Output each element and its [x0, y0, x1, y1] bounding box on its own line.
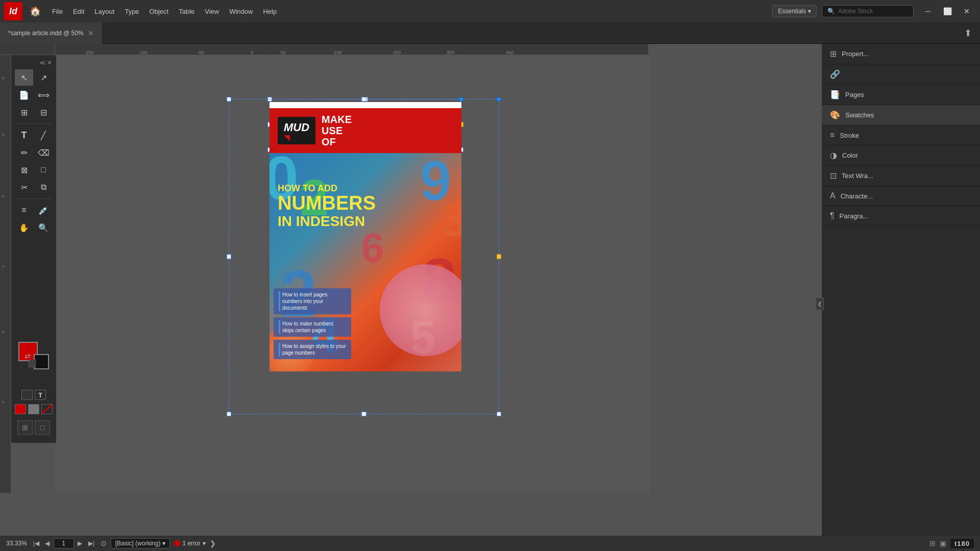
- outer-handle-ml[interactable]: [227, 255, 231, 259]
- grid-btn[interactable]: ⊞: [17, 420, 33, 435]
- bullet-bar-1: [279, 291, 280, 311]
- next-spread-button[interactable]: ▶|: [86, 538, 96, 548]
- bullet-bar-3: [279, 343, 280, 356]
- outer-handle-tl[interactable]: [227, 97, 231, 102]
- handle-tr-blue[interactable]: [459, 97, 463, 102]
- panel-item-textwrap[interactable]: ⊡ Text Wra...: [822, 166, 980, 186]
- selection-tools-row: ↖ ↗: [13, 69, 54, 86]
- list-tool-button[interactable]: ≡: [15, 202, 33, 218]
- page-number-input[interactable]: [54, 538, 74, 548]
- menu-object[interactable]: Object: [144, 6, 174, 17]
- rect-tool-button[interactable]: □: [34, 162, 53, 178]
- close-button[interactable]: ✕: [958, 5, 976, 18]
- hand-tool-button[interactable]: ✋: [15, 219, 33, 236]
- none-mode-btn[interactable]: [41, 404, 53, 414]
- gap-tool-button[interactable]: ⟺: [34, 87, 53, 103]
- outer-handle-bl[interactable]: [227, 412, 231, 416]
- rect-tool-icon: □: [41, 165, 46, 174]
- home-icon[interactable]: 🏠: [28, 4, 43, 19]
- direct-select-button[interactable]: ↗: [34, 69, 53, 86]
- pencil-tool-button[interactable]: ✏: [15, 144, 33, 161]
- container-format-btn[interactable]: [21, 390, 33, 400]
- outer-handle-mr[interactable]: [497, 255, 501, 259]
- menu-help[interactable]: Help: [258, 6, 282, 17]
- cloud-icon[interactable]: ⬆: [964, 28, 972, 39]
- horizontal-ruler: -250 -150 -50 0 50 150 250 350 450: [55, 44, 648, 55]
- panel-label-color: Color: [842, 152, 972, 159]
- menu-window[interactable]: Window: [224, 6, 258, 17]
- line-tool-button[interactable]: ╱: [34, 127, 53, 143]
- menu-edit[interactable]: Edit: [68, 6, 89, 17]
- content-collector-button[interactable]: ⊞: [15, 104, 33, 120]
- eraser-tool-button[interactable]: ⌫: [34, 144, 53, 161]
- panel-item-character[interactable]: A Characte...: [822, 186, 980, 206]
- vertical-ruler: -5 0 5 2 5 2: [0, 55, 11, 493]
- text-format-btn[interactable]: T: [35, 390, 46, 400]
- selection-tool-button[interactable]: ↖: [15, 69, 33, 86]
- toolbar-divider-2: [15, 198, 52, 199]
- menu-view[interactable]: View: [200, 6, 224, 17]
- document-tab[interactable]: *sample article.indd @ 50% ✕: [0, 22, 103, 44]
- ruler-v-label: 5: [1, 195, 6, 197]
- menu-file[interactable]: File: [47, 6, 68, 17]
- menu-layout[interactable]: Layout: [89, 6, 119, 17]
- adobe-stock-search[interactable]: 🔍 Adobe Stock: [822, 5, 914, 17]
- color-mode-btn[interactable]: [15, 404, 26, 414]
- zoom-tool-button[interactable]: 🔍: [34, 219, 53, 236]
- mag-top-strip: [270, 102, 461, 108]
- close-tab-icon[interactable]: ✕: [88, 29, 94, 37]
- handle-tl[interactable]: [267, 97, 272, 102]
- panel-item-pages[interactable]: 📑 Pages: [822, 85, 980, 105]
- page-tool-button[interactable]: 📄: [15, 87, 33, 103]
- essentials-button[interactable]: Essentials ▾: [772, 5, 817, 17]
- toolbar-collapse-button[interactable]: ≪ ✕: [39, 59, 52, 66]
- handle-tc[interactable]: [363, 97, 368, 102]
- content-placer-button[interactable]: ⊟: [34, 104, 53, 120]
- panel-item-link[interactable]: 🔗: [822, 64, 980, 85]
- outer-handle-tc[interactable]: [362, 97, 366, 102]
- default-colors-icon[interactable]: ⬛: [28, 359, 36, 367]
- minimize-button[interactable]: ─: [919, 5, 937, 18]
- menu-table[interactable]: Table: [174, 6, 200, 17]
- next-page-button[interactable]: ▶: [75, 538, 85, 548]
- panel-label-textwrap: Text Wra...: [842, 172, 972, 180]
- status-bar: 33.33% |◀ ◀ ▶ ▶| ⊙ [Basic] (working) ▾ 1…: [0, 536, 980, 551]
- magazine-title: HOW TO ADD NUMBERS IN INDESIGN: [278, 184, 376, 229]
- maximize-button[interactable]: ⬜: [938, 5, 957, 18]
- status-layout-view[interactable]: ⊞: [929, 539, 936, 547]
- error-indicator[interactable]: 1 error ▾: [174, 540, 205, 547]
- panel-item-swatches[interactable]: 🎨 Swatches: [822, 105, 980, 126]
- panel-label-stroke: Stroke: [840, 132, 972, 139]
- outer-handle-tr[interactable]: [497, 97, 501, 102]
- panel-item-color[interactable]: ◑ Color: [822, 145, 980, 166]
- ruler-h-content: -250 -150 -50 0 50 150 250 350 450: [55, 44, 648, 55]
- prev-spread-button[interactable]: |◀: [31, 538, 41, 548]
- rect-bottom-btn[interactable]: □: [35, 420, 50, 435]
- menu-type[interactable]: Type: [119, 6, 144, 17]
- panel-item-stroke[interactable]: ≡ Stroke: [822, 126, 980, 145]
- transform-tool-button[interactable]: ⧉: [34, 179, 53, 195]
- ruler-v-label: -5: [1, 77, 6, 81]
- status-present-view[interactable]: ▣: [940, 539, 946, 547]
- canvas-area[interactable]: i MUD MAKE USE OF 0: [55, 55, 650, 493]
- status-expand-btn[interactable]: ❯: [210, 539, 216, 547]
- panel-collapse-button[interactable]: ❮: [816, 297, 824, 310]
- outer-handle-br[interactable]: [497, 412, 501, 416]
- style-selector[interactable]: [Basic] (working) ▾: [111, 538, 170, 548]
- eyedropper-button[interactable]: 💉: [34, 202, 53, 218]
- panel-item-properties[interactable]: ⊞ Propert...: [822, 44, 980, 64]
- close-toolbar-icon: ✕: [47, 59, 52, 66]
- text-tool-button[interactable]: T: [15, 127, 33, 143]
- gradient-mode-btn[interactable]: [28, 404, 39, 414]
- left-toolbar: ≪ ✕ ↖ ↗ 📄 ⟺ ⊞ ⊟ T ╱: [11, 55, 56, 443]
- panel-sections: ⊞ Propert... 🔗 📑 Pages 🎨 Swatches ≡: [822, 44, 980, 551]
- prev-page-button[interactable]: ◀: [42, 538, 53, 548]
- outer-handle-bc[interactable]: [362, 412, 366, 416]
- style-dropdown-arrow: ▾: [162, 540, 165, 547]
- frame-tool-button[interactable]: ⊠: [15, 162, 33, 178]
- page-tool-icon: 📄: [19, 90, 29, 100]
- page-navigate-icon[interactable]: ⊙: [101, 539, 107, 547]
- panel-item-paragraph[interactable]: ¶ Paragra...: [822, 206, 980, 226]
- scissors-tool-button[interactable]: ✂: [15, 179, 33, 195]
- status-bar-right: ⊞ ▣ t180: [929, 539, 974, 548]
